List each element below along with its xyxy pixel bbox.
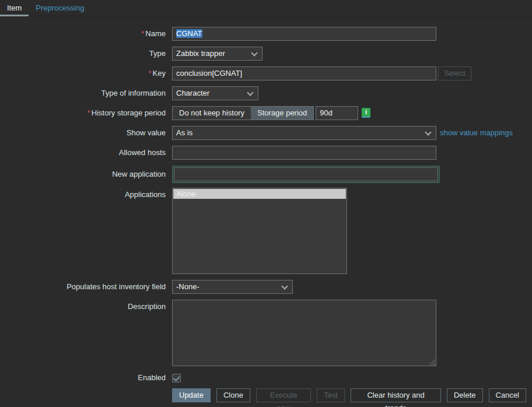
- description-textarea[interactable]: [172, 300, 436, 366]
- required-marker: *: [88, 108, 90, 117]
- type-select[interactable]: Zabbix trapper: [172, 47, 262, 61]
- applications-label: Applications: [0, 188, 166, 202]
- row-enabled: Enabled: [0, 372, 532, 384]
- tab-item[interactable]: Item: [0, 0, 29, 16]
- row-type: Type Zabbix trapper: [0, 47, 532, 61]
- type-of-information-select-value: Character: [176, 87, 209, 100]
- row-populates-host-inventory-field: Populates host inventory field -None-: [0, 280, 532, 294]
- key-select-button[interactable]: Select: [438, 66, 471, 80]
- execute-now-button[interactable]: Execute now: [256, 388, 312, 402]
- row-new-application: New application: [0, 166, 532, 188]
- row-description: Description: [0, 300, 532, 366]
- clone-button[interactable]: Clone: [216, 388, 250, 402]
- allowed-hosts-label: Allowed hosts: [0, 146, 166, 160]
- applications-option-none[interactable]: -None-: [173, 189, 346, 199]
- info-hint-icon[interactable]: [362, 108, 370, 118]
- type-label: Type: [0, 47, 166, 61]
- chevron-down-icon: [247, 89, 253, 96]
- applications-listbox[interactable]: -None-: [172, 188, 347, 274]
- update-button[interactable]: Update: [172, 388, 211, 402]
- row-type-of-information: Type of information Character: [0, 86, 532, 100]
- tab-preprocessing-label: Preprocessing: [36, 3, 84, 12]
- history-period-value: 90d: [320, 108, 332, 117]
- new-application-label: New application: [0, 166, 166, 183]
- item-config-page: Item Preprocessing *Name CGNAT Type Zabb…: [0, 0, 532, 407]
- row-key: *Key conclusion[CGNAT] Select: [0, 66, 532, 80]
- row-history-storage-period: *History storage period Do not keep hist…: [0, 106, 532, 120]
- row-name: *Name CGNAT: [0, 27, 532, 41]
- checkmark-icon: [173, 374, 180, 381]
- new-application-highlight-border: [172, 166, 440, 183]
- test-button[interactable]: Test: [317, 388, 345, 402]
- history-storage-period-label: *History storage period: [0, 106, 166, 120]
- tab-preprocessing[interactable]: Preprocessing: [29, 0, 91, 16]
- show-value-label: Show value: [0, 126, 166, 140]
- chevron-down-icon: [425, 129, 431, 135]
- cancel-button[interactable]: Cancel: [489, 388, 526, 402]
- row-applications: Applications -None-: [0, 188, 532, 274]
- key-label: *Key: [0, 66, 166, 80]
- enabled-label: Enabled: [0, 372, 166, 384]
- populates-host-inventory-field-label: Populates host inventory field: [0, 280, 166, 294]
- enabled-checkbox[interactable]: [172, 374, 181, 383]
- type-of-information-label: Type of information: [0, 86, 166, 100]
- tab-item-label: Item: [7, 3, 22, 12]
- required-marker: *: [149, 69, 152, 78]
- show-value-select-value: As is: [176, 127, 192, 139]
- populates-host-inventory-field-select[interactable]: -None-: [172, 280, 293, 294]
- history-period-input[interactable]: 90d: [316, 106, 358, 120]
- name-input[interactable]: CGNAT: [172, 27, 436, 41]
- show-value-select[interactable]: As is: [172, 126, 436, 140]
- resize-handle-icon[interactable]: [429, 359, 435, 365]
- chevron-down-icon: [251, 50, 257, 56]
- name-label: *Name: [0, 27, 166, 41]
- name-input-selected-text: CGNAT: [176, 29, 202, 38]
- history-mode-segmented-control: Do not keep history Storage period: [172, 106, 314, 120]
- item-form: *Name CGNAT Type Zabbix trapper *Key con…: [0, 16, 532, 402]
- type-of-information-select[interactable]: Character: [172, 86, 258, 100]
- required-marker: *: [141, 29, 144, 38]
- row-show-value: Show value As is show value mappings: [0, 126, 532, 140]
- show-value-mappings-link[interactable]: show value mappings: [440, 126, 513, 140]
- key-input-value: conclusion[CGNAT]: [176, 69, 242, 78]
- key-input[interactable]: conclusion[CGNAT]: [172, 66, 436, 80]
- history-option-do-not-keep[interactable]: Do not keep history: [173, 107, 251, 120]
- tab-bar: Item Preprocessing: [0, 0, 532, 16]
- history-option-storage-period[interactable]: Storage period: [251, 107, 313, 120]
- clear-history-and-trends-button[interactable]: Clear history and trends: [351, 388, 441, 402]
- allowed-hosts-input[interactable]: [172, 146, 436, 160]
- row-allowed-hosts: Allowed hosts: [0, 146, 532, 160]
- new-application-input[interactable]: [174, 167, 438, 181]
- description-label: Description: [0, 300, 166, 314]
- populates-select-value: -None-: [176, 280, 200, 293]
- type-select-value: Zabbix trapper: [176, 47, 225, 60]
- row-footer-buttons: Update Clone Execute now Test Clear hist…: [0, 388, 532, 402]
- chevron-down-icon: [281, 283, 288, 289]
- delete-button[interactable]: Delete: [447, 388, 483, 402]
